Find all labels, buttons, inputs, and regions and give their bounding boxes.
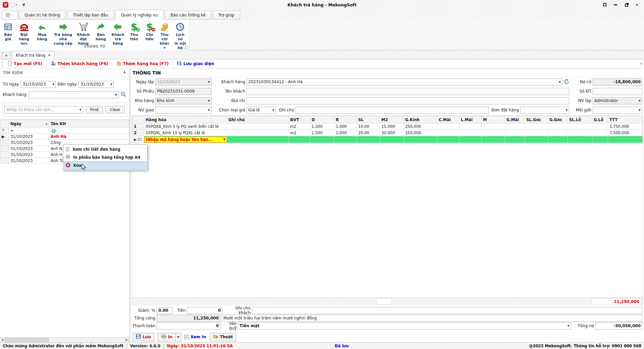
find-button[interactable]: Find	[86, 106, 103, 113]
toolbar-overflow-icon[interactable]: ▾	[640, 62, 642, 65]
khach-dat-hang-button[interactable]: Khách đặt hàng	[75, 21, 92, 46]
status-date-text: Ngày: 31/10/2023 11:01:16 SA	[167, 344, 233, 348]
col-l-mai[interactable]: L.Mài	[460, 116, 482, 123]
menu-item-in-phieu[interactable]: In phiếu bán hàng tổng hợp A4	[64, 153, 147, 161]
col-sl-goc[interactable]: SL.Góc	[525, 116, 548, 123]
refresh-icon[interactable]	[564, 79, 569, 85]
nv-giao-dropdown[interactable]: ▼	[155, 107, 212, 114]
filter-caret-icon[interactable]: ▼	[46, 123, 48, 126]
col-g-mai[interactable]: G.Mài	[505, 116, 525, 123]
new-item-row[interactable]: ▶-21 (Nhập mã hàng hoặc tên hàn... ▼	[132, 136, 643, 143]
so-dt-field[interactable]	[593, 88, 642, 95]
thu-tien-button[interactable]: $+ Thu tiền	[126, 21, 142, 41]
close-all-tabs-button[interactable]: ✕	[2, 52, 11, 59]
to-date-picker[interactable]: 31/10/2023 ▼	[78, 81, 114, 88]
tab-thiet-lap-ban-dau[interactable]: Thiết lập ban đầu	[67, 11, 114, 19]
luu-button[interactable]: Lưu	[132, 333, 154, 341]
khach-hang-dropdown[interactable]: 20231030134412 - Anh Hà ▼	[247, 79, 562, 86]
scroll-right-icon[interactable]: ▶	[124, 338, 129, 342]
item-row[interactable]: 1 05PQXB_Kính 5 ly PQ xanh biển cắt lẻ m…	[132, 123, 643, 130]
col-dvt[interactable]: ĐVT	[289, 116, 310, 123]
ban-hang-button[interactable]: Bán hàng	[92, 21, 110, 41]
col-m2[interactable]: M2	[380, 116, 404, 123]
in-dropdown-icon[interactable]: ▼	[176, 333, 181, 341]
mua-hang-button[interactable]: Mua hàng	[33, 21, 51, 41]
scroll-left-icon[interactable]: ◀	[0, 338, 5, 342]
item-code-editor[interactable]: (Nhập mã hàng hoặc tên hàn... ▼	[144, 137, 227, 143]
col-ghi-chu[interactable]: Ghi chú	[227, 116, 289, 123]
tab-quan-tri-he-thong[interactable]: Quản trị hệ thống	[19, 11, 66, 19]
tab-tro-giup[interactable]: Trợ giúp	[213, 11, 240, 19]
loai-gia-dropdown[interactable]: Giá lẻ ▼	[247, 107, 276, 114]
bao-gia-button[interactable]: Báo giá	[1, 21, 15, 41]
col-r[interactable]: R	[334, 116, 357, 123]
col-sl-lo[interactable]: SL.Lỗ	[568, 116, 592, 123]
keyword-input[interactable]	[6, 107, 78, 112]
col-m[interactable]: M	[482, 116, 505, 123]
keyword-input-wrap[interactable]: ▼	[4, 106, 83, 113]
dia-chi-field[interactable]	[247, 97, 569, 104]
menu-item-xoa[interactable]: Xóa	[64, 161, 147, 169]
column-header-ngay[interactable]: Ngày▼	[9, 120, 49, 128]
kho-hang-dropdown[interactable]: Kho kính ▼	[155, 97, 212, 104]
chevron-down-icon: ▼	[114, 93, 117, 96]
fullscreen-button[interactable]	[602, 3, 607, 7]
giam-percent-field[interactable]: 0.00	[157, 307, 173, 314]
item-row[interactable]: 2 10PQXL_Kính 10 ly PQXL cắt lẻ m2 1,500…	[132, 130, 643, 136]
grid-empty-area[interactable]	[132, 143, 643, 297]
moi-gioi-dropdown[interactable]: ▼	[593, 107, 642, 114]
toolbar-grip[interactable]	[2, 61, 4, 66]
filter-cell-name[interactable]: aBc	[49, 128, 129, 134]
column-header-ten-kh[interactable]: Tên KH	[49, 120, 129, 128]
luu-giao-dien-button[interactable]: Lưu giao diện	[176, 60, 216, 67]
dat-hang-ncc-button[interactable]: Đặt hàng ncc	[15, 21, 33, 46]
in-button[interactable]: In	[158, 333, 176, 341]
ngay-lap-field[interactable]: 31/10/2023 ▼	[155, 79, 212, 86]
minimize-button[interactable]	[613, 3, 618, 7]
customer-filter-dropdown[interactable]: ▼	[29, 91, 118, 98]
result-row[interactable]: ▶ 31/10/2023 Anh Hà	[0, 134, 129, 140]
so-phieu-field[interactable]: PN20231031-0009	[155, 88, 212, 95]
col-ttt[interactable]: TTT	[608, 116, 643, 123]
clear-button[interactable]: Clear	[106, 106, 125, 113]
scrollbar-thumb[interactable]	[5, 338, 49, 342]
col-d[interactable]: D	[310, 116, 334, 123]
col-g-kinh[interactable]: G.Kính	[404, 116, 437, 123]
close-button[interactable]: ✕	[635, 3, 639, 7]
tra-hang-ncc-button[interactable]: Trả hàng nhà cung cấp	[51, 21, 75, 46]
ghi-chu-khach-field[interactable]	[252, 307, 642, 314]
search-icon[interactable]	[120, 91, 126, 98]
doc-tab-close-icon[interactable]: ✕	[48, 53, 51, 57]
them-khach-hang-button[interactable]: Thêm khách hàng (F6)	[49, 60, 109, 67]
chi-tien-button[interactable]: $− Chi tiền	[142, 21, 157, 41]
col-g-goc[interactable]: G.Góc	[548, 116, 568, 123]
them-hang-hoa-button[interactable]: Thêm hàng hóa (F7)	[115, 60, 170, 67]
col-c-mai[interactable]: C.Mài	[437, 116, 460, 123]
giam-tien-field[interactable]: 0	[187, 307, 222, 314]
ribbon-collapse-icon[interactable]: ⌄	[184, 45, 188, 50]
grid-footer: 11,250,000	[132, 297, 643, 305]
tao-moi-button[interactable]: Tạo mới (F5)	[6, 60, 44, 67]
khach-tra-hang-button[interactable]: Khách trả hàng	[110, 21, 126, 46]
restore-button[interactable]	[624, 3, 629, 7]
pin-icon[interactable]	[123, 70, 126, 75]
thanh-toan-field[interactable]: 0	[157, 322, 220, 330]
don-dat-hang-dropdown[interactable]: ▼	[520, 107, 569, 114]
ten-khach-field[interactable]	[247, 88, 569, 95]
menu-item-xem-chi-tiet[interactable]: Xem chi tiết đơn hàng	[64, 145, 147, 153]
tab-bao-cao-thong-ke[interactable]: Báo cáo thống kê	[165, 11, 211, 19]
doc-tab-khach-tra-hang[interactable]: Khách trả hàng ✕	[12, 51, 54, 59]
col-hang-hoa[interactable]: Hàng hóa	[144, 116, 227, 123]
tab-quan-ly-nghiep-vu[interactable]: Quản lý nghiệp vụ	[115, 10, 164, 20]
thoat-button[interactable]: Thoát	[210, 333, 236, 341]
xem-in-checkbox[interactable]: ✓ Xem In	[184, 335, 206, 339]
filter-cell-date[interactable]: =	[9, 128, 49, 134]
col-sl[interactable]: SL	[357, 116, 380, 123]
from-date-picker[interactable]: 31/10/2023 ▼	[20, 81, 56, 88]
vao-quy-dropdown[interactable]: Tiền mặt ▼	[238, 322, 571, 330]
welcome-text: Chào mừng Admistrator đến với phần mềm M…	[3, 344, 123, 348]
app-menu-button[interactable]: ▽	[2, 11, 17, 19]
col-g-lo[interactable]: G.Lỗ	[592, 116, 608, 123]
horizontal-scrollbar[interactable]: ◀ ▶	[0, 337, 129, 342]
ghi-chu-field[interactable]	[296, 107, 489, 114]
